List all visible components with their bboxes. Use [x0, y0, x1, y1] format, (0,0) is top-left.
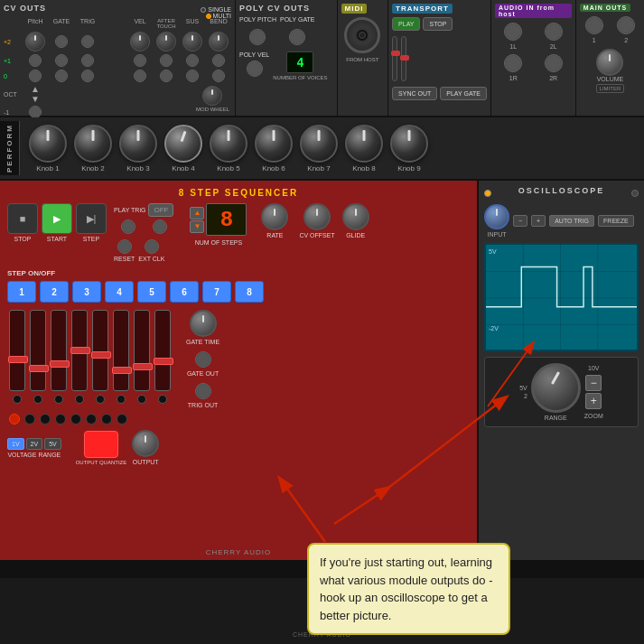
- main-1-jack[interactable]: [585, 16, 603, 34]
- v2-btn[interactable]: 2V: [26, 438, 43, 450]
- steps-up-btn[interactable]: ▲: [190, 207, 204, 219]
- slider-1-thumb[interactable]: [8, 356, 28, 363]
- off-btn[interactable]: OFF: [148, 203, 173, 217]
- slider-5-thumb[interactable]: [91, 351, 111, 359]
- osc-auto-trig-btn[interactable]: AUTO TRIG: [549, 215, 594, 227]
- midi-din-connector[interactable]: [344, 17, 380, 53]
- perform-knob-7[interactable]: [300, 125, 338, 163]
- trig-jack-0[interactable]: [81, 70, 94, 82]
- slider-1-track[interactable]: [9, 310, 25, 391]
- step-1-btn[interactable]: 1: [7, 281, 36, 303]
- trig-jack-p2[interactable]: [81, 35, 94, 48]
- slider-4-dot[interactable]: [75, 395, 84, 404]
- slider-3-dot[interactable]: [54, 395, 63, 404]
- gate-jack-p2[interactable]: [55, 35, 68, 48]
- gate-out-jack[interactable]: [195, 351, 211, 368]
- cv-offset-knob[interactable]: [303, 203, 331, 230]
- osc-freeze-btn[interactable]: FREEZE: [598, 215, 634, 227]
- sus-jack-p1[interactable]: [186, 54, 199, 67]
- aftertouch-jack-p1[interactable]: [160, 54, 173, 67]
- perform-knob-4[interactable]: [164, 125, 202, 163]
- sus-knob-p2[interactable]: [182, 32, 202, 51]
- v1-btn[interactable]: 1V: [7, 438, 24, 450]
- gate-jack-0[interactable]: [55, 70, 68, 82]
- audio-1l-jack[interactable]: [504, 23, 522, 41]
- bend-jack-0[interactable]: [212, 70, 225, 82]
- step-2-btn[interactable]: 2: [40, 281, 69, 303]
- step-btn-ctrl[interactable]: ▶|: [76, 203, 107, 234]
- range-knob[interactable]: [531, 363, 581, 413]
- sus-jack-0[interactable]: [186, 70, 199, 82]
- oct-down-btn[interactable]: ▼: [31, 94, 40, 104]
- sync-out-btn[interactable]: SYNC OUT: [392, 87, 437, 100]
- aftertouch-knob-p2[interactable]: [156, 32, 176, 51]
- osc-input-knob[interactable]: [484, 204, 509, 229]
- slider-3-track[interactable]: [51, 310, 67, 391]
- slider-6-dot[interactable]: [117, 395, 126, 404]
- vel-jack-p1[interactable]: [134, 54, 146, 67]
- play-gate-btn[interactable]: PLAY GATE: [440, 87, 487, 100]
- play-btn[interactable]: PLAY: [392, 17, 420, 31]
- poly-pitch-jack[interactable]: [249, 29, 266, 45]
- trig-out-jack[interactable]: [195, 383, 211, 399]
- step-5-btn[interactable]: 5: [137, 281, 166, 303]
- pitch-knob-p2[interactable]: [25, 32, 45, 51]
- slider-8-track[interactable]: [154, 310, 171, 391]
- step-4-btn[interactable]: 4: [105, 281, 134, 303]
- step-6-btn[interactable]: 6: [170, 281, 199, 303]
- slider-7-track[interactable]: [134, 310, 150, 391]
- mod-wheel-knob[interactable]: [202, 86, 222, 106]
- step-8-btn[interactable]: 8: [235, 281, 264, 303]
- perform-knob-1[interactable]: [29, 125, 67, 163]
- seq-jack-2[interactable]: [153, 219, 167, 234]
- reset-jack[interactable]: [117, 239, 132, 254]
- slider-5-track[interactable]: [92, 310, 108, 391]
- zoom-minus-btn[interactable]: −: [585, 375, 602, 391]
- slider-8-dot[interactable]: [158, 395, 167, 404]
- pitch-jack-p1[interactable]: [29, 54, 42, 67]
- trig-jack-p1[interactable]: [81, 54, 94, 67]
- v5-btn[interactable]: 5V: [44, 438, 61, 450]
- slider-1-dot[interactable]: [13, 395, 22, 404]
- stop-btn[interactable]: ■: [7, 203, 38, 234]
- perform-knob-8[interactable]: [345, 125, 383, 163]
- gate-time-knob[interactable]: [190, 310, 217, 337]
- audio-1r-jack[interactable]: [504, 54, 522, 72]
- slider-2-track[interactable]: [30, 310, 46, 391]
- slider-4-thumb[interactable]: [70, 347, 90, 354]
- perform-knob-2[interactable]: [74, 125, 112, 163]
- main-2-jack[interactable]: [617, 16, 635, 34]
- stop-btn[interactable]: STOP: [423, 17, 453, 31]
- rate-knob[interactable]: [261, 203, 288, 230]
- oct-up-btn[interactable]: ▲: [31, 84, 40, 94]
- slider-7-dot[interactable]: [137, 395, 146, 404]
- slider-3-thumb[interactable]: [50, 360, 70, 368]
- output-quantize-btn[interactable]: [84, 431, 118, 458]
- slider-2-dot[interactable]: [33, 395, 42, 404]
- slider-7-thumb[interactable]: [133, 363, 153, 370]
- osc-plus-btn[interactable]: +: [531, 215, 546, 227]
- volume-knob[interactable]: [596, 49, 623, 76]
- perform-knob-3[interactable]: [119, 125, 157, 163]
- zoom-plus-btn[interactable]: +: [585, 393, 602, 409]
- step-7-btn[interactable]: 7: [202, 281, 231, 303]
- at-jack-0[interactable]: [160, 70, 173, 82]
- slider-2-thumb[interactable]: [29, 365, 49, 372]
- ext-clk-jack[interactable]: [145, 239, 159, 254]
- seq-jack-1[interactable]: [121, 219, 135, 234]
- output-knob[interactable]: [132, 430, 159, 457]
- pitch-jack-neg1[interactable]: [29, 106, 42, 118]
- start-btn[interactable]: ▶: [42, 203, 72, 234]
- audio-2r-jack[interactable]: [545, 54, 563, 72]
- slider-5-dot[interactable]: [96, 395, 105, 404]
- vel-jack-0[interactable]: [134, 70, 146, 82]
- slider-6-track[interactable]: [113, 310, 129, 391]
- bend-knob-p2[interactable]: [209, 32, 229, 51]
- slider-8-thumb[interactable]: [154, 358, 173, 365]
- slider-6-thumb[interactable]: [112, 367, 132, 374]
- bend-jack-p1[interactable]: [212, 54, 225, 67]
- pitch-jack-0[interactable]: [29, 70, 42, 82]
- steps-down-btn[interactable]: ▼: [190, 220, 204, 233]
- single-radio[interactable]: [201, 7, 206, 13]
- perform-knob-6[interactable]: [255, 125, 293, 163]
